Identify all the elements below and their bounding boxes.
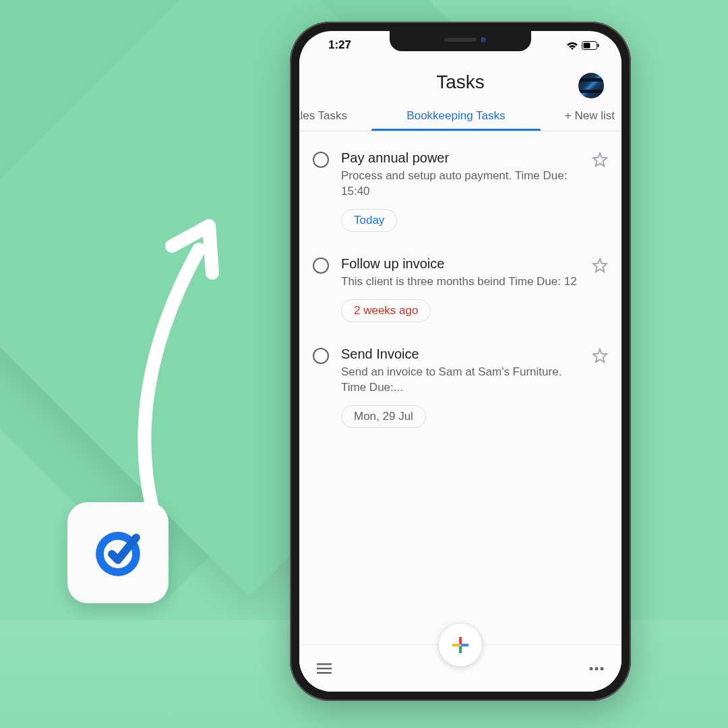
tab-bookkeeping-tasks[interactable]: Bookkeeping Tasks — [359, 102, 553, 131]
task-body: Pay annual power Process and setup auto … — [341, 150, 580, 232]
phone-notch — [390, 31, 531, 51]
tab-bar: ales Tasks Bookkeeping Tasks + New list — [299, 102, 621, 131]
status-time: 1:27 — [318, 38, 351, 52]
task-title: Follow up invoice — [341, 256, 580, 272]
svg-rect-3 — [584, 42, 590, 48]
svg-rect-6 — [317, 672, 332, 674]
page-title: Tasks — [436, 71, 485, 93]
task-title: Pay annual power — [341, 150, 580, 166]
wifi-icon — [566, 41, 578, 50]
task-checkbox[interactable] — [313, 348, 329, 364]
battery-icon — [582, 41, 599, 50]
svg-rect-5 — [317, 667, 332, 669]
task-checkbox[interactable] — [313, 152, 329, 168]
task-description: Send an invoice to Sam at Sam's Furnitur… — [341, 365, 580, 396]
svg-rect-7 — [459, 637, 462, 644]
status-indicators — [566, 41, 603, 50]
star-icon[interactable] — [592, 348, 608, 364]
add-task-button[interactable] — [439, 624, 482, 667]
svg-rect-4 — [317, 663, 332, 665]
task-list[interactable]: Pay annual power Process and setup auto … — [299, 131, 621, 644]
plus-icon — [452, 636, 469, 654]
svg-point-12 — [595, 667, 599, 670]
task-date-chip[interactable]: Mon, 29 Jul — [341, 405, 426, 428]
phone-frame: 1:27 Tasks ales Tasks Bookkeeping Tasks — [290, 22, 631, 701]
tab-sales-tasks[interactable]: ales Tasks — [299, 102, 359, 131]
menu-icon[interactable] — [317, 663, 332, 674]
phone-screen: 1:27 Tasks ales Tasks Bookkeeping Tasks — [299, 31, 621, 692]
star-icon[interactable] — [592, 152, 608, 168]
task-checkbox[interactable] — [313, 257, 329, 274]
task-row[interactable]: Follow up invoice This client is three m… — [299, 244, 621, 334]
more-icon[interactable] — [589, 667, 604, 671]
task-body: Follow up invoice This client is three m… — [341, 256, 580, 322]
tasks-checkmark-icon — [88, 522, 148, 583]
tab-new-list[interactable]: + New list — [553, 102, 621, 131]
svg-rect-2 — [598, 44, 599, 47]
app-header: Tasks — [299, 59, 621, 102]
avatar[interactable] — [578, 73, 604, 98]
task-title: Send Invoice — [341, 346, 580, 362]
star-icon[interactable] — [592, 257, 608, 274]
task-description: This client is three months beind Time D… — [341, 274, 580, 290]
task-date-chip[interactable]: 2 weeks ago — [341, 299, 431, 322]
task-row[interactable]: Send Invoice Send an invoice to Sam at S… — [299, 334, 621, 440]
task-date-chip[interactable]: Today — [341, 209, 397, 232]
task-row[interactable]: Pay annual power Process and setup auto … — [299, 138, 621, 244]
task-body: Send Invoice Send an invoice to Sam at S… — [341, 346, 580, 428]
bottom-bar — [299, 644, 621, 692]
svg-point-11 — [590, 667, 593, 670]
tasks-app-icon — [67, 502, 169, 603]
svg-point-13 — [601, 667, 604, 670]
app-screen: Tasks ales Tasks Bookkeeping Tasks + New… — [299, 59, 621, 692]
task-description: Process and setup auto payment. Time Due… — [341, 169, 580, 200]
svg-rect-10 — [452, 644, 460, 646]
svg-rect-8 — [461, 644, 468, 646]
svg-rect-9 — [459, 646, 462, 653]
